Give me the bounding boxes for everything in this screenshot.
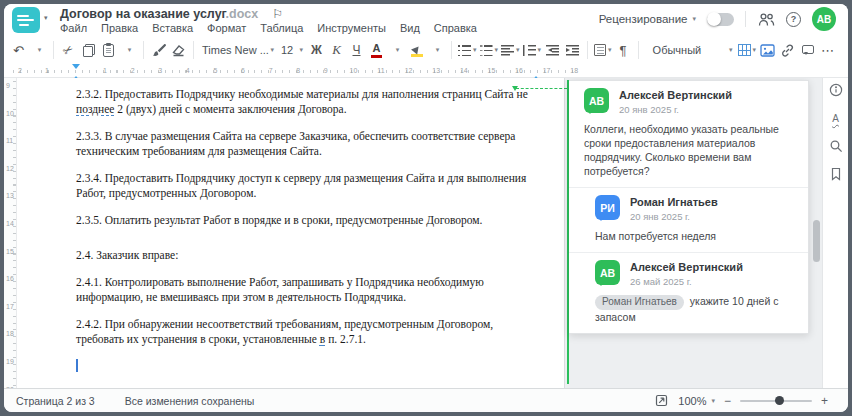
ruler-number: 16: [6, 275, 14, 282]
comment-1[interactable]: РИРоман Игнатьев20 янв 2025 г.Нам потреб…: [569, 187, 808, 252]
menu-item-7[interactable]: Справка: [434, 22, 477, 34]
more-tools-button[interactable]: ⋯: [818, 39, 837, 61]
comment-avatar: АВ: [584, 88, 609, 113]
font-color-menu-button[interactable]: ▾: [387, 39, 406, 61]
insert-image-button[interactable]: [758, 39, 777, 61]
line-spacing-button[interactable]: ▾: [522, 39, 543, 61]
underline-button[interactable]: Ч: [347, 39, 366, 61]
copy-button[interactable]: [79, 39, 98, 61]
logo-caret-icon[interactable]: ▾: [44, 14, 48, 22]
align-button[interactable]: ▾: [500, 39, 521, 61]
help-icon[interactable]: ?: [786, 12, 801, 27]
zoom-slider[interactable]: [740, 400, 812, 402]
zoom-slider-handle[interactable]: [775, 396, 784, 405]
insert-link-button[interactable]: [778, 39, 797, 61]
cut-button[interactable]: ✂: [59, 39, 78, 61]
chevron-down-icon: ▾: [38, 46, 42, 54]
text-run: 2.4. Заказчик вправе:: [76, 249, 178, 261]
zoom-out-button[interactable]: −: [724, 394, 731, 408]
highlight-button[interactable]: [407, 39, 426, 61]
paragraph[interactable]: 2.4. Заказчик вправе:: [76, 248, 536, 263]
numbered-list-button[interactable]: ▾: [479, 39, 500, 61]
undo-menu-button[interactable]: ▾: [29, 39, 48, 61]
highlighter-icon: [411, 43, 423, 57]
review-mode-dropdown[interactable]: Рецензирование ▾: [599, 13, 696, 25]
image-icon: [760, 44, 775, 57]
ruler-number: 6: [241, 67, 245, 74]
ruler-number: 19: [6, 358, 14, 365]
chevron-down-icon: ▾: [128, 46, 132, 54]
vertical-scrollbar[interactable]: [813, 220, 820, 262]
horizontal-ruler[interactable]: 21123456789101112131415161718: [4, 64, 848, 78]
comment-icon: [802, 45, 814, 54]
spellcheck-icon[interactable]: А: [828, 110, 844, 126]
fit-page-icon[interactable]: [653, 393, 669, 409]
paragraph[interactable]: 2.3.2. Предоставить Подрядчику необходим…: [76, 87, 536, 116]
search-icon[interactable]: [828, 138, 844, 154]
menu-item-3[interactable]: Формат: [207, 22, 246, 34]
ruler-number: 9: [324, 67, 328, 74]
comment-meta: Алексей Вертинский26 май 2025 г.: [630, 260, 743, 287]
menu-item-4[interactable]: Таблица: [260, 22, 303, 34]
app-logo-icon[interactable]: [12, 7, 40, 33]
zoom-select[interactable]: 100% ▾: [678, 395, 715, 407]
paragraph-style-value: Обычный: [653, 44, 702, 56]
paragraph-settings-button[interactable]: ▾: [593, 39, 613, 61]
info-icon[interactable]: [828, 82, 844, 98]
font-color-button[interactable]: А: [367, 39, 386, 61]
user-avatar[interactable]: АВ: [812, 7, 836, 31]
workspace: 91011121314151617181920 2.3.2. Предостав…: [4, 78, 848, 388]
menu-item-0[interactable]: Файл: [60, 22, 87, 34]
chevron-down-icon: ▾: [753, 46, 757, 54]
vertical-ruler[interactable]: 91011121314151617181920: [4, 78, 17, 388]
menu-item-6[interactable]: Вид: [400, 22, 420, 34]
font-color-icon: А: [371, 43, 382, 58]
font-size-select[interactable]: 12 ▾: [278, 40, 306, 60]
bullet-list-icon: [458, 45, 471, 56]
bullet-list-button[interactable]: ▾: [457, 39, 478, 61]
avatar-tail-icon: [597, 281, 605, 290]
cursor-paragraph[interactable]: [76, 359, 536, 374]
undo-button[interactable]: ↶: [9, 39, 28, 61]
chevron-down-icon: ▾: [495, 46, 499, 54]
paragraph[interactable]: 2.4.1. Контролировать выполнение Работ, …: [76, 275, 536, 304]
paragraph[interactable]: 2.3.3. В случае размещения Сайта на серв…: [76, 129, 536, 158]
chevron-down-icon: ▾: [299, 46, 303, 54]
favorite-flag-icon[interactable]: ⚐: [272, 7, 283, 21]
paragraph[interactable]: 2.3.5. Оплатить результат Работ в порядк…: [76, 213, 536, 228]
menu-item-5[interactable]: Инструменты: [317, 22, 386, 34]
italic-button[interactable]: К: [327, 39, 346, 61]
nonprinting-chars-button[interactable]: ¶: [614, 39, 633, 61]
highlight-menu-button[interactable]: ▾: [427, 39, 446, 61]
paragraph[interactable]: 2.4.2. При обнаружении несоответствий тр…: [76, 317, 536, 346]
text-run: п. 2.7.1.: [325, 333, 366, 345]
paragraph[interactable]: 2.3.4. Предоставить Подрядчику доступ к …: [76, 171, 536, 200]
comment-meta: Роман Игнатьев20 янв 2025 г.: [630, 195, 718, 222]
paste-button[interactable]: [99, 39, 118, 61]
document-page[interactable]: 2.3.2. Предоставить Подрядчику необходим…: [17, 78, 565, 388]
bookmark-icon[interactable]: [828, 166, 844, 182]
menu-bar: ФайлПравкаВставкаФорматТаблицаИнструмент…: [60, 22, 477, 34]
paste-menu-button[interactable]: ▾: [119, 39, 138, 61]
comments-popover[interactable]: АВАлексей Вертинский20 янв 2025 г.Коллег…: [569, 80, 809, 334]
comment-date: 26 май 2025 г.: [630, 276, 743, 287]
clear-style-button[interactable]: [169, 39, 188, 61]
page-indicator[interactable]: Страница 2 из 3: [16, 395, 95, 407]
review-toggle[interactable]: [707, 13, 734, 26]
menu-item-2[interactable]: Вставка: [152, 22, 193, 34]
insert-table-button[interactable]: ▾: [737, 39, 758, 61]
decrease-indent-button[interactable]: [543, 39, 562, 61]
comment-0[interactable]: АВАлексей Вертинский20 янв 2025 г.Коллег…: [569, 81, 808, 187]
insert-comment-button[interactable]: [798, 39, 817, 61]
menu-item-1[interactable]: Правка: [101, 22, 138, 34]
format-painter-button[interactable]: [149, 39, 168, 61]
zoom-in-button[interactable]: +: [821, 394, 828, 408]
comment-2[interactable]: АВАлексей Вертинский26 май 2025 г.Роман …: [569, 252, 808, 333]
bold-button[interactable]: Ж: [307, 39, 326, 61]
font-name-select[interactable]: Times New ... ▾: [199, 40, 277, 60]
collaboration-users-icon[interactable]: [757, 10, 775, 28]
text-run: 2 (двух) дней с момента заключения Догов…: [114, 103, 346, 115]
ruler-number: 12: [6, 165, 14, 172]
increase-indent-button[interactable]: [563, 39, 582, 61]
paragraph-style-select[interactable]: Обычный ▾: [650, 40, 736, 60]
